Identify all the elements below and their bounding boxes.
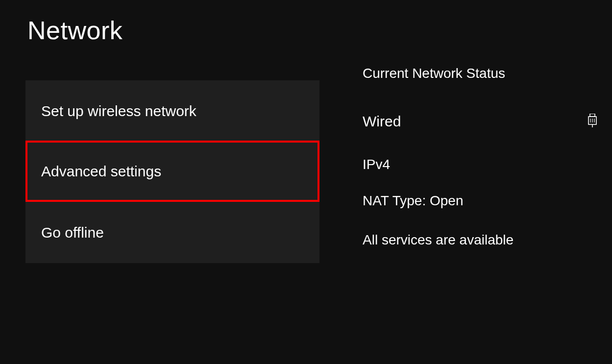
ip-version-label: IPv4 bbox=[363, 157, 602, 172]
menu-item-setup-wireless[interactable]: Set up wireless network bbox=[25, 80, 319, 142]
status-panel: Current Network Status Wired IPv4 NAT Ty… bbox=[363, 80, 612, 263]
menu-item-label: Go offline bbox=[41, 224, 104, 241]
menu-item-advanced-settings[interactable]: Advanced settings bbox=[25, 141, 319, 202]
connection-row: Wired bbox=[363, 113, 602, 130]
menu-item-label: Advanced settings bbox=[41, 163, 161, 180]
menu-item-label: Set up wireless network bbox=[41, 103, 196, 120]
connection-type-label: Wired bbox=[363, 113, 401, 130]
content-area: Set up wireless network Advanced setting… bbox=[0, 80, 612, 263]
ethernet-plug-icon bbox=[588, 114, 599, 129]
menu-item-go-offline[interactable]: Go offline bbox=[25, 202, 319, 263]
svg-rect-0 bbox=[590, 114, 595, 117]
services-status-label: All services are available bbox=[363, 232, 602, 248]
settings-menu: Set up wireless network Advanced setting… bbox=[25, 80, 319, 263]
status-heading: Current Network Status bbox=[363, 66, 602, 81]
page-title: Network bbox=[0, 0, 612, 45]
nat-type-label: NAT Type: Open bbox=[363, 193, 602, 209]
